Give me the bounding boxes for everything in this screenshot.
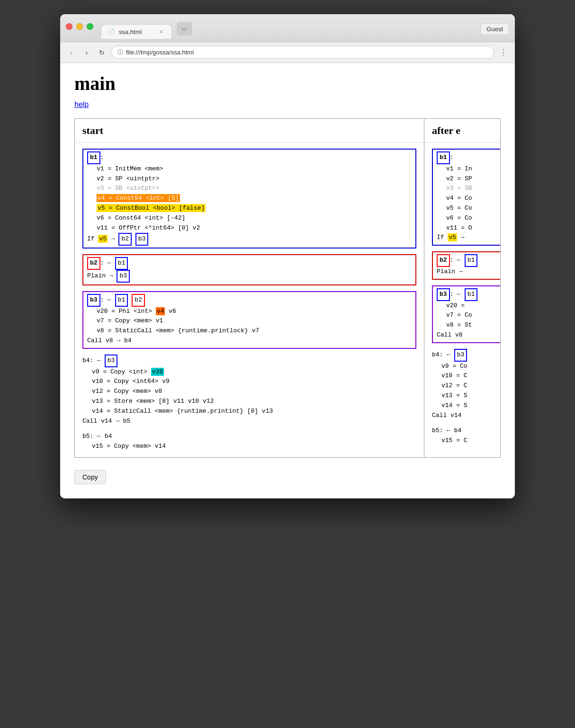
block-b3: b3: ← b1 b2 v20 = Phi <int> v4 v6 v7 = C… bbox=[82, 291, 416, 349]
b3-label: b3 bbox=[87, 294, 100, 307]
block-b5: b5: ← b4 v15 = Copy <mem> v14 bbox=[82, 432, 416, 452]
close-button[interactable] bbox=[66, 23, 72, 30]
new-tab-button[interactable]: ▭ bbox=[172, 19, 197, 39]
right-b3-pred: b1 bbox=[465, 288, 478, 301]
right-b2-pred: b1 bbox=[465, 254, 478, 267]
if-v5-highlight: v5 bbox=[98, 235, 108, 243]
tab-close-button[interactable]: × bbox=[157, 28, 165, 36]
guest-button[interactable]: Guest bbox=[480, 23, 509, 35]
active-tab[interactable]: 📄 ssa.html × bbox=[101, 24, 172, 39]
menu-button[interactable]: ⋮ bbox=[498, 46, 509, 59]
file-icon: 📄 bbox=[108, 28, 115, 35]
v20-v4: v4 bbox=[156, 307, 165, 315]
copy-button-container: Copy bbox=[74, 465, 501, 484]
page-title: main bbox=[74, 72, 501, 95]
copy-button[interactable]: Copy bbox=[74, 470, 106, 484]
page-content: main help start b1: v1 = InitMem <mem> v… bbox=[60, 63, 515, 498]
right-block-b3: b3: ← b1 v20 = v7 = Co v8 = St Call v8 bbox=[432, 285, 500, 343]
right-block-b1: b1: v1 = In v2 = SP v3 = SB v4 = Co v5 =… bbox=[432, 149, 500, 246]
right-if-v5: v5 bbox=[448, 233, 457, 241]
block-b4: b4: ← b3 v9 = Copy <int> v20 v10 = Copy … bbox=[82, 355, 416, 426]
block-b1: b1: v1 = InitMem <mem> v2 = SP <uintptr>… bbox=[82, 149, 416, 249]
v5-highlight: v5 = ConstBool <bool> [false] bbox=[97, 204, 206, 212]
help-link[interactable]: help bbox=[74, 100, 501, 109]
right-block-b2: b2: ← b1 Plain → bbox=[432, 251, 500, 280]
url-bar[interactable]: ⓘ file:///tmp/gossa/ssa.html bbox=[111, 46, 494, 59]
browser-window: 📄 ssa.html × ▭ Guest ‹ › ↻ ⓘ file:///tmp… bbox=[60, 14, 515, 498]
right-b3-label: b3 bbox=[437, 288, 450, 301]
b3-pred-b2: b2 bbox=[132, 294, 145, 307]
v4-highlight: v4 = Const64 <int> [5] bbox=[97, 194, 180, 202]
traffic-lights bbox=[66, 23, 93, 30]
v9-v20: v20 bbox=[151, 368, 164, 376]
title-bar: 📄 ssa.html × ▭ Guest bbox=[60, 14, 515, 42]
ssa-container: start b1: v1 = InitMem <mem> v2 = SP <ui… bbox=[74, 118, 501, 458]
right-panel: after e b1: v1 = In v2 = SP v3 = SB v4 =… bbox=[424, 119, 500, 457]
maximize-button[interactable] bbox=[87, 23, 93, 30]
left-panel-header: start bbox=[75, 119, 424, 143]
right-block-b4: b4: ← b3 v9 = Co v10 = C v12 = C v13 = S… bbox=[432, 349, 500, 421]
right-panel-header: after e bbox=[424, 119, 500, 143]
block-b2: b2: ← b1 Plain → b3 bbox=[82, 254, 416, 285]
right-b2-label: b2 bbox=[437, 254, 450, 267]
reload-button[interactable]: ↻ bbox=[96, 47, 108, 58]
b2-label: b2 bbox=[87, 257, 100, 270]
b2-succ-b3: b3 bbox=[117, 270, 130, 283]
b2-pred-b1: b1 bbox=[115, 257, 128, 270]
if-b3-ref: b3 bbox=[135, 233, 149, 246]
tab-title: ssa.html bbox=[119, 28, 142, 36]
b4-pred-b3: b3 bbox=[105, 355, 118, 367]
right-b4-pred: b3 bbox=[454, 349, 467, 362]
right-block-b5: b5: ← b4 v15 = C bbox=[432, 426, 493, 446]
if-b2-ref: b2 bbox=[118, 233, 132, 246]
address-bar: ‹ › ↻ ⓘ file:///tmp/gossa/ssa.html ⋮ bbox=[60, 42, 515, 63]
right-panel-body: b1: v1 = In v2 = SP v3 = SB v4 = Co v5 =… bbox=[424, 143, 500, 452]
back-button[interactable]: ‹ bbox=[66, 47, 77, 58]
left-panel-body: b1: v1 = InitMem <mem> v2 = SP <uintptr>… bbox=[75, 143, 424, 457]
b1-label: b1 bbox=[87, 151, 100, 164]
info-icon: ⓘ bbox=[117, 48, 123, 56]
forward-button[interactable]: › bbox=[81, 47, 92, 58]
left-panel: start b1: v1 = InitMem <mem> v2 = SP <ui… bbox=[75, 119, 424, 457]
minimize-button[interactable] bbox=[76, 23, 83, 30]
right-b1-label: b1 bbox=[437, 151, 450, 164]
b3-pred-b1: b1 bbox=[115, 294, 128, 307]
url-text: file:///tmp/gossa/ssa.html bbox=[126, 49, 194, 56]
